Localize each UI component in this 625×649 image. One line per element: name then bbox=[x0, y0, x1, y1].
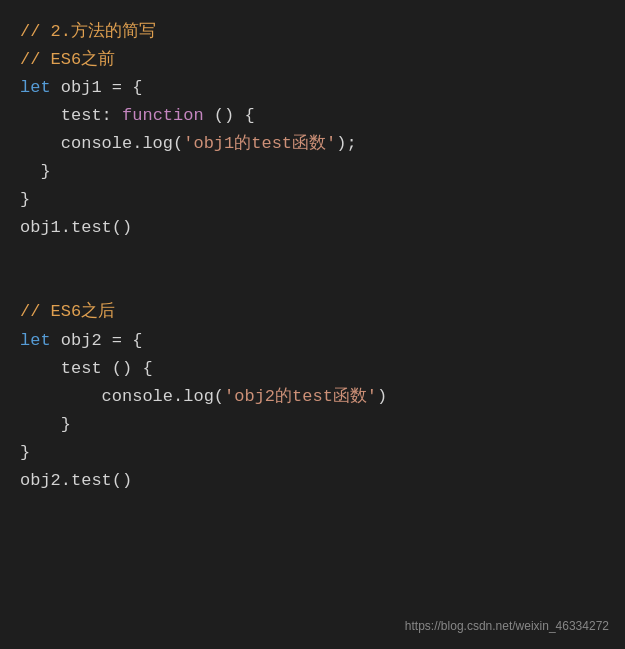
code-token: let bbox=[20, 74, 51, 102]
code-token: ); bbox=[336, 130, 356, 158]
code-token: } bbox=[20, 411, 71, 439]
code-token: } bbox=[20, 158, 51, 186]
code-line: } bbox=[20, 439, 605, 467]
code-token: ) bbox=[377, 383, 387, 411]
comment-text: // ES6之后 bbox=[20, 298, 115, 326]
code-token: function bbox=[122, 102, 204, 130]
code-line: obj2.test() bbox=[20, 467, 605, 495]
code-token: } bbox=[20, 439, 30, 467]
code-line: // ES6之后 bbox=[20, 298, 605, 326]
code-line: let obj1 = { bbox=[20, 74, 605, 102]
code-token: } bbox=[20, 186, 30, 214]
code-token: test () { bbox=[20, 355, 153, 383]
comment-text: // 2.方法的简写 bbox=[20, 18, 156, 46]
code-line bbox=[20, 270, 605, 298]
code-token: test: bbox=[20, 102, 122, 130]
code-line bbox=[20, 242, 605, 270]
code-token: obj2.test() bbox=[20, 467, 132, 495]
code-line: // ES6之前 bbox=[20, 46, 605, 74]
code-block: // 2.方法的简写// ES6之前let obj1 = { test: fun… bbox=[0, 0, 625, 649]
code-token: obj1.test() bbox=[20, 214, 132, 242]
comment-text: // ES6之前 bbox=[20, 46, 115, 74]
code-line: } bbox=[20, 411, 605, 439]
code-token: let bbox=[20, 327, 51, 355]
code-line: test: function () { bbox=[20, 102, 605, 130]
code-token: 'obj2的test函数' bbox=[224, 383, 377, 411]
code-token: obj1 = { bbox=[51, 74, 143, 102]
watermark: https://blog.csdn.net/weixin_46334272 bbox=[405, 617, 609, 637]
code-line: console.log('obj2的test函数') bbox=[20, 383, 605, 411]
code-line: // 2.方法的简写 bbox=[20, 18, 605, 46]
code-line: console.log('obj1的test函数'); bbox=[20, 130, 605, 158]
code-token: console.log( bbox=[20, 130, 183, 158]
code-token: () { bbox=[204, 102, 255, 130]
code-token: console.log( bbox=[20, 383, 224, 411]
code-line: } bbox=[20, 186, 605, 214]
code-line: } bbox=[20, 158, 605, 186]
code-line: test () { bbox=[20, 355, 605, 383]
code-token: obj2 = { bbox=[51, 327, 143, 355]
code-line: let obj2 = { bbox=[20, 327, 605, 355]
code-token: 'obj1的test函数' bbox=[183, 130, 336, 158]
code-line: obj1.test() bbox=[20, 214, 605, 242]
